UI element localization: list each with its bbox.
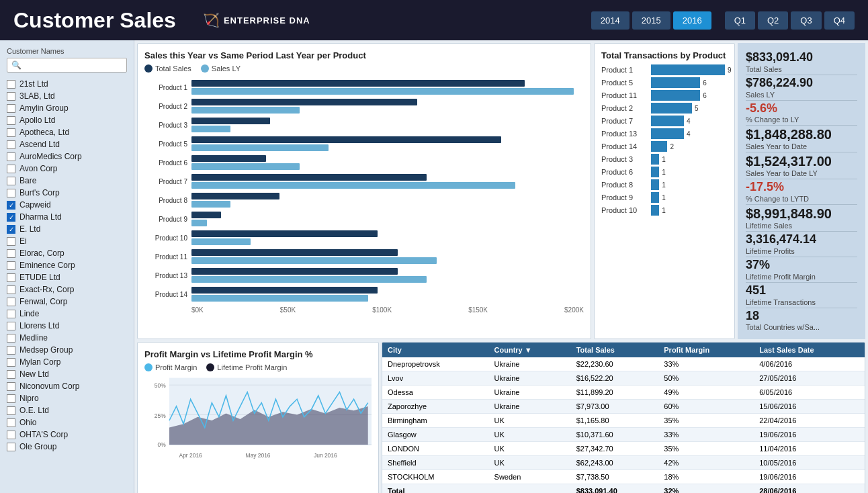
sidebar-item[interactable]: 3LAB, Ltd [7,90,127,102]
bar-ly [191,126,230,132]
sidebar-item[interactable]: Medsep Group [7,344,127,356]
checkbox[interactable]: ✓ [7,225,15,234]
trans-product-label: Product 11 [601,91,648,99]
sidebar-item[interactable]: ETUDE Ltd [7,271,127,283]
checkbox[interactable] [7,104,15,113]
kpi-label: Lifetime Transactions [746,298,857,306]
transactions-title: Total Transactions by Product [601,50,728,60]
checkbox[interactable] [7,237,15,246]
sidebar-item[interactable]: Apotheca, Ltd [7,126,127,138]
sidebar-item[interactable]: ✓E. Ltd [7,223,127,235]
bar-group [191,80,584,95]
kpi-items: $833,091.40 Total Sales $786,224.90 Sale… [746,51,857,331]
trans-bar [651,116,684,126]
q4-button[interactable]: Q4 [824,11,855,30]
kpi-divider [746,257,857,257]
checkbox[interactable] [7,177,15,185]
sidebar-item[interactable]: Exact-Rx, Corp [7,283,127,296]
sidebar-item[interactable]: Elorac, Corp [7,247,127,259]
table-wrap[interactable]: City Country ▼ Total Sales Profit Margin… [382,343,865,493]
year-2014-button[interactable]: 2014 [591,11,630,30]
table-row: Odessa Ukraine $11,899.20 49% 6/05/2016 [382,386,865,400]
checkbox[interactable] [7,431,15,439]
checkbox[interactable]: ✓ [7,213,15,222]
kpi-item: $833,091.40 Total Sales [746,51,857,73]
trans-count: 4 [687,118,691,125]
checkbox[interactable] [7,322,15,330]
checkbox[interactable] [7,418,15,427]
checkbox[interactable] [7,334,15,343]
svg-text:May 2016: May 2016 [245,452,270,459]
col-country-label: Country [494,346,523,354]
checkbox[interactable] [7,285,15,294]
kpi-divider [746,204,857,205]
legend-light-dot [201,64,209,73]
checkbox[interactable] [7,346,15,355]
sidebar-item[interactable]: Nipro [7,392,127,404]
search-input[interactable] [7,58,127,73]
sidebar-item[interactable]: Bare [7,175,127,187]
sidebar-item[interactable]: 21st Ltd [7,78,127,90]
profit-panel: Profit Margin vs Lifetime Profit Margin … [137,342,379,493]
checkbox[interactable] [7,443,15,451]
checkbox[interactable] [7,382,15,391]
sidebar-item[interactable]: Mylan Corp [7,356,127,368]
checkbox[interactable] [7,140,15,149]
legend-sales-ly: Sales LY [201,64,241,73]
trans-bar-wrap: 4 [651,116,728,126]
checkbox[interactable] [7,189,15,197]
sidebar-item[interactable]: Linde [7,308,127,320]
checkbox[interactable] [7,394,15,403]
checkbox[interactable] [7,249,15,258]
checkbox[interactable] [7,116,15,125]
sidebar-item[interactable]: OHTA'S Corp [7,429,127,441]
checkbox[interactable]: ✓ [7,201,15,210]
q1-button[interactable]: Q1 [725,11,755,30]
checkbox[interactable] [7,406,15,415]
checkbox[interactable] [7,152,15,161]
kpi-item: -5.6% % Change to LY [746,102,857,124]
sidebar-item[interactable]: New Ltd [7,368,127,380]
checkbox[interactable] [7,370,15,379]
checkbox[interactable] [7,261,15,270]
sidebar-item[interactable]: O.E. Ltd [7,404,127,416]
bar-current [191,193,279,199]
sidebar-item[interactable]: ✓Dharma Ltd [7,211,127,223]
sidebar-item[interactable]: Ei [7,235,127,247]
checkbox[interactable] [7,128,15,137]
bar-chart-title: Sales this Year vs Same Period Last Year… [144,50,584,60]
sidebar-item[interactable]: Fenwal, Corp [7,296,127,308]
bar-product-label: Product 3 [144,122,187,129]
checkbox[interactable] [7,80,15,89]
year-2015-button[interactable]: 2015 [632,11,670,30]
checkbox[interactable] [7,358,15,367]
sidebar-item[interactable]: Burt's Corp [7,187,127,199]
sidebar-item[interactable]: Medline [7,332,127,344]
sidebar-item[interactable]: Niconovum Corp [7,380,127,392]
checkbox[interactable] [7,92,15,101]
cell-city: LONDON [382,442,489,456]
q3-button[interactable]: Q3 [791,11,821,30]
sidebar-item[interactable]: Ole Group [7,441,127,453]
bar-ly [191,238,251,245]
cell-city: Sheffield [382,456,489,470]
sidebar-item[interactable]: Ascend Ltd [7,138,127,150]
checkbox[interactable] [7,310,15,318]
sort-icon[interactable]: ▼ [525,346,532,354]
sidebar-item[interactable]: Apollo Ltd [7,114,127,126]
cell-city: STOCKHOLM [382,470,489,484]
sidebar-item[interactable]: Eminence Corp [7,259,127,271]
sidebar-item[interactable]: Ohio [7,416,127,429]
q2-button[interactable]: Q2 [758,11,788,30]
cell-total-sales: $62,243.00 [571,456,659,470]
checkbox[interactable] [7,165,15,173]
sidebar-item[interactable]: ✓Capweid [7,199,127,211]
sidebar-item[interactable]: AuroMedics Corp [7,150,127,163]
checkbox[interactable] [7,298,15,306]
sidebar-item[interactable]: Avon Corp [7,163,127,175]
header: Customer Sales 🏹 ENTERPRISE DNA 2014 201… [0,0,868,40]
sidebar-item[interactable]: Amylin Group [7,102,127,114]
checkbox[interactable] [7,273,15,282]
year-2016-button[interactable]: 2016 [673,11,711,30]
sidebar-item[interactable]: Llorens Ltd [7,320,127,332]
